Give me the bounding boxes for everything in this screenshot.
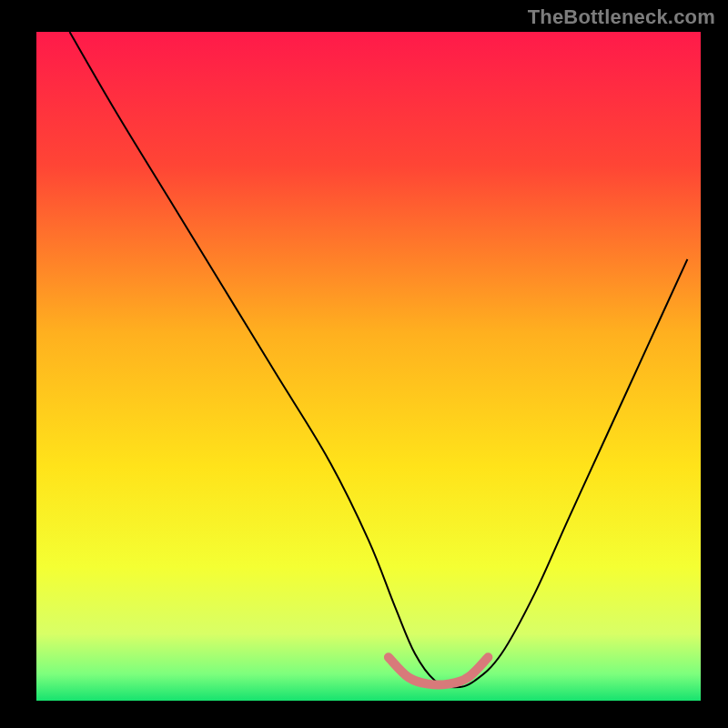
- chart-frame: TheBottleneck.com: [0, 0, 728, 728]
- chart-svg: [36, 32, 701, 701]
- watermark-text: TheBottleneck.com: [528, 5, 715, 29]
- plot-area: [36, 32, 701, 701]
- gradient-background: [36, 32, 701, 701]
